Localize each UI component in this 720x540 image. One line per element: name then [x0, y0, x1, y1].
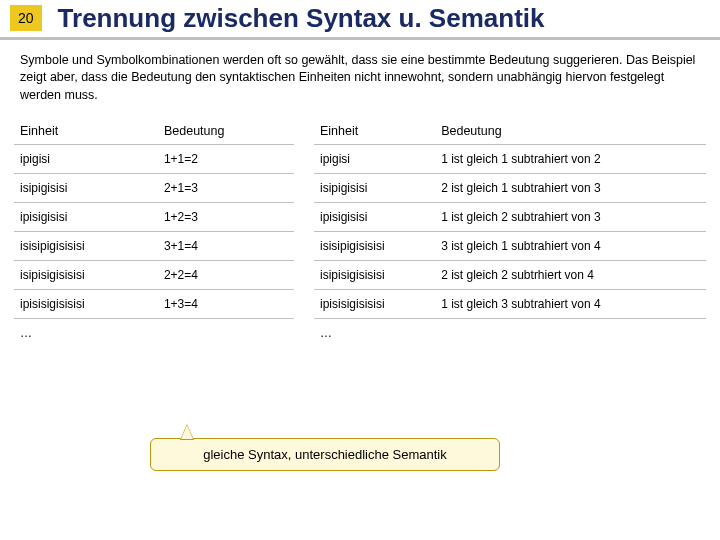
cell: 1+1=2 [158, 145, 294, 174]
table-row: isipisigisisisi2 ist gleich 2 subtrhiert… [314, 261, 706, 290]
cell: 1 ist gleich 3 subtrahiert von 4 [435, 290, 706, 319]
table-row: isipisigisisisi2+2=4 [14, 261, 294, 290]
table-right-wrap: Einheit Bedeutung ipigisi1 ist gleich 1 … [314, 118, 706, 347]
cell: … [14, 319, 158, 348]
cell: 2 ist gleich 1 subtrahiert von 3 [435, 174, 706, 203]
table-header-row: Einheit Bedeutung [14, 118, 294, 145]
cell: ipisigisisi [314, 203, 435, 232]
cell: isipisigisisisi [14, 261, 158, 290]
cell: 1 ist gleich 2 subtrahiert von 3 [435, 203, 706, 232]
col-einheit: Einheit [314, 118, 435, 145]
col-bedeutung: Bedeutung [435, 118, 706, 145]
col-bedeutung: Bedeutung [158, 118, 294, 145]
cell: isipigisisi [14, 174, 158, 203]
cell: … [314, 319, 435, 348]
cell: ipisisigisisisi [14, 290, 158, 319]
cell: ipigisi [14, 145, 158, 174]
cell: 1+2=3 [158, 203, 294, 232]
table-row: ipigisi1 ist gleich 1 subtrahiert von 2 [314, 145, 706, 174]
table-row: isipigisisi2+1=3 [14, 174, 294, 203]
slide-title: Trennung zwischen Syntax u. Semantik [58, 4, 545, 33]
cell: isipisigisisisi [314, 261, 435, 290]
cell: isisipigisisisi [314, 232, 435, 261]
table-header-row: Einheit Bedeutung [314, 118, 706, 145]
cell: isisipigisisisi [14, 232, 158, 261]
table-left: Einheit Bedeutung ipigisi1+1=2 isipigisi… [14, 118, 294, 347]
table-row: … [14, 319, 294, 348]
table-row: … [314, 319, 706, 348]
cell [435, 319, 706, 348]
cell: isipigisisi [314, 174, 435, 203]
callout-box: gleiche Syntax, unterschiedliche Semanti… [150, 438, 500, 471]
intro-text: Symbole und Symbolkombinationen werden o… [20, 52, 700, 105]
cell: 1 ist gleich 1 subtrahiert von 2 [435, 145, 706, 174]
cell: ipisisigisisisi [314, 290, 435, 319]
table-row: isisipigisisisi3 ist gleich 1 subtrahier… [314, 232, 706, 261]
cell: ipisigisisi [14, 203, 158, 232]
col-einheit: Einheit [14, 118, 158, 145]
table-row: ipigisi1+1=2 [14, 145, 294, 174]
cell: 3 ist gleich 1 subtrahiert von 4 [435, 232, 706, 261]
slide: 20 Trennung zwischen Syntax u. Semantik … [0, 0, 720, 540]
table-row: ipisisigisisisi1 ist gleich 3 subtrahier… [314, 290, 706, 319]
cell: ipigisi [314, 145, 435, 174]
table-row: ipisisigisisisi1+3=4 [14, 290, 294, 319]
table-row: isisipigisisisi3+1=4 [14, 232, 294, 261]
table-right: Einheit Bedeutung ipigisi1 ist gleich 1 … [314, 118, 706, 347]
table-row: ipisigisisi1 ist gleich 2 subtrahiert vo… [314, 203, 706, 232]
title-row: 20 Trennung zwischen Syntax u. Semantik [0, 0, 720, 40]
cell: 3+1=4 [158, 232, 294, 261]
tables-wrap: Einheit Bedeutung ipigisi1+1=2 isipigisi… [0, 118, 720, 347]
cell: 2 ist gleich 2 subtrhiert von 4 [435, 261, 706, 290]
table-left-wrap: Einheit Bedeutung ipigisi1+1=2 isipigisi… [14, 118, 294, 347]
cell: 2+2=4 [158, 261, 294, 290]
cell: 2+1=3 [158, 174, 294, 203]
page-number-badge: 20 [10, 5, 42, 31]
cell [158, 319, 294, 348]
table-row: ipisigisisi1+2=3 [14, 203, 294, 232]
cell: 1+3=4 [158, 290, 294, 319]
table-row: isipigisisi2 ist gleich 1 subtrahiert vo… [314, 174, 706, 203]
callout-wrap: gleiche Syntax, unterschiedliche Semanti… [150, 438, 500, 471]
